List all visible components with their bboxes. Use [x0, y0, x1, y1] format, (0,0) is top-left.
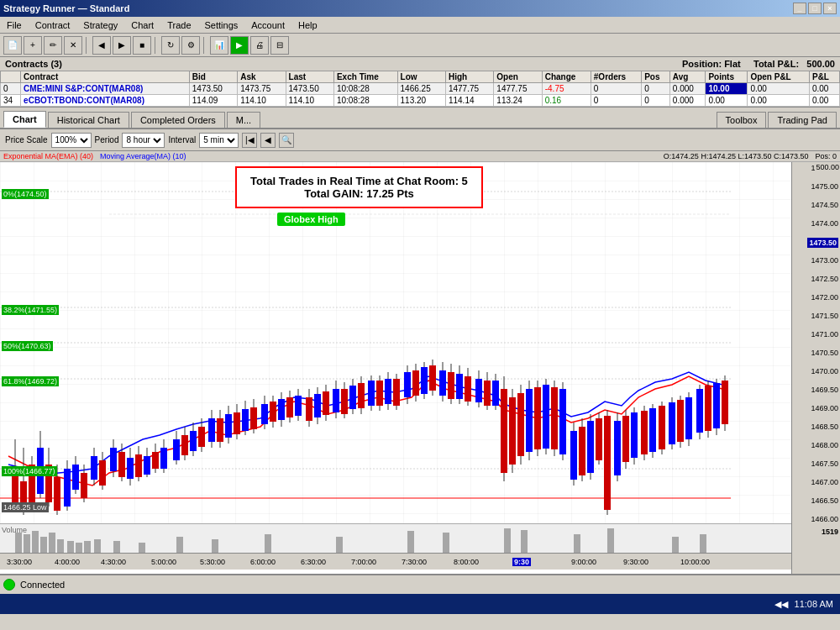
tab-completed-orders[interactable]: Completed Orders: [131, 112, 225, 128]
svg-rect-94: [385, 379, 391, 404]
cell-contract: CME:MINI S&P:CONT(MAR08): [21, 83, 190, 95]
play-button[interactable]: ▶: [113, 36, 131, 55]
window-button[interactable]: ⊟: [270, 36, 289, 55]
ma-label: Moving Average(MA) (10): [100, 152, 186, 160]
cell-high: 114.14: [445, 95, 493, 107]
new-button[interactable]: 📄: [3, 36, 22, 55]
time-axis: 3:30:00 4:00:00 4:30:00 5:00:00 5:30:00 …: [0, 553, 791, 570]
svg-rect-177: [67, 541, 74, 553]
title-text: Strategy Runner — Standard: [3, 3, 129, 13]
time-label-11: 9:30:00: [623, 558, 648, 566]
tab-chart[interactable]: Chart: [3, 111, 46, 128]
maximize-button[interactable]: □: [808, 3, 822, 14]
title-controls[interactable]: _ □ ×: [793, 3, 837, 14]
col-ask: Ask: [238, 71, 286, 83]
table-row[interactable]: 0 CME:MINI S&P:CONT(MAR08) 1473.50 1473.…: [1, 83, 840, 95]
nav-first-button[interactable]: |◀: [242, 133, 257, 148]
svg-rect-62: [242, 409, 249, 431]
chart-controls: Price Scale 100% Period 8 hour Interval …: [0, 129, 840, 151]
sep1: [86, 37, 89, 54]
price-1468-50: 1468.50: [811, 423, 838, 431]
fib-low: 1466.25 Low: [2, 502, 49, 512]
price-1471-50: 1471.50: [811, 312, 838, 320]
col-bid: Bid: [189, 71, 237, 83]
table-row[interactable]: 34 eCBOT:TBOND:CONT(MAR08) 114.09 114.10…: [1, 95, 840, 107]
tab-historical-chart[interactable]: Historical Chart: [48, 112, 129, 128]
ema-label: Exponential MA(EMA) (40): [3, 152, 93, 160]
nav-prev-button[interactable]: ◀: [260, 133, 276, 148]
cell-ask: 1473.75: [238, 83, 286, 95]
time-label-1: 4:00:00: [55, 558, 80, 566]
col-exch-time: Exch Time: [333, 71, 397, 83]
time-label-10: 9:00:00: [571, 558, 596, 566]
prev-button[interactable]: ◀: [92, 36, 111, 55]
menu-contract[interactable]: Contract: [32, 18, 74, 32]
svg-rect-140: [587, 421, 594, 473]
cell-orders: 0: [591, 83, 641, 95]
svg-rect-144: [604, 416, 611, 510]
svg-rect-158: [669, 402, 675, 444]
price-1475: 1475.00: [811, 182, 838, 191]
tab-toolbox[interactable]: Toolbox: [717, 112, 767, 128]
svg-rect-174: [40, 537, 47, 553]
menu-bar: File Contract Strategy Chart Trade Setti…: [0, 17, 840, 34]
price-scale-select[interactable]: 100%: [51, 133, 92, 148]
svg-rect-24: [72, 465, 79, 490]
menu-file[interactable]: File: [3, 18, 25, 32]
menu-help[interactable]: Help: [295, 18, 321, 32]
svg-rect-134: [559, 389, 566, 454]
svg-rect-92: [376, 381, 383, 406]
menu-chart[interactable]: Chart: [128, 18, 157, 32]
time-label-3: 5:00:00: [151, 558, 176, 566]
svg-rect-156: [659, 406, 665, 449]
add-button[interactable]: +: [24, 36, 42, 55]
nav-zoom-button[interactable]: 🔍: [279, 133, 294, 148]
svg-rect-124: [517, 393, 524, 456]
svg-rect-112: [465, 376, 471, 402]
chart-svg: [0, 162, 791, 523]
price-scale-label: Price Scale: [5, 135, 48, 144]
col-pl: P&L: [809, 71, 839, 83]
close-button[interactable]: ×: [823, 3, 837, 14]
print-button[interactable]: 🖨: [250, 36, 269, 55]
refresh-button[interactable]: ↻: [161, 36, 180, 55]
sep2: [155, 37, 158, 54]
tab-m[interactable]: M...: [227, 112, 260, 128]
svg-rect-54: [208, 418, 215, 442]
svg-rect-96: [393, 379, 400, 406]
edit-button[interactable]: ✏: [44, 36, 62, 55]
menu-settings[interactable]: Settings: [202, 18, 242, 32]
toolbar: 📄 + ✏ ✕ ◀ ▶ ■ ↻ ⚙ 📊 ▶ 🖨 ⊟: [0, 34, 840, 57]
notification-line1: Total Trades in Real Time at Chat Room: …: [250, 175, 468, 187]
menu-trade[interactable]: Trade: [164, 18, 194, 32]
chart-button[interactable]: 📊: [210, 36, 228, 55]
delete-button[interactable]: ✕: [64, 36, 82, 55]
interval-select[interactable]: 5 min: [199, 133, 239, 148]
cell-pos: 0: [642, 95, 670, 107]
svg-rect-32: [110, 448, 117, 471]
stop-button[interactable]: ■: [133, 36, 151, 55]
col-change: Change: [542, 71, 591, 83]
period-select[interactable]: 8 hour: [122, 133, 165, 148]
chart-main[interactable]: Total Trades in Real Time at Chat Room: …: [0, 162, 791, 574]
svg-rect-38: [135, 454, 142, 477]
svg-rect-120: [501, 389, 507, 473]
col-high: High: [445, 71, 493, 83]
tabs-area: Chart Historical Chart Completed Orders …: [0, 108, 840, 129]
settings-button[interactable]: ⚙: [181, 36, 200, 55]
globex-high-label: Globex High: [277, 213, 345, 226]
cell-exch-time: 10:08:28: [333, 95, 397, 107]
time-label-2: 4:30:00: [101, 558, 126, 566]
svg-rect-176: [57, 539, 64, 553]
minimize-button[interactable]: _: [793, 3, 806, 14]
svg-rect-46: [173, 439, 180, 460]
col-open-pl: Open P&L: [748, 71, 810, 83]
price-1472-50: 1472.50: [811, 275, 838, 283]
menu-strategy[interactable]: Strategy: [80, 18, 121, 32]
tray-clock: 11:08 AM: [795, 599, 833, 609]
tab-trading-pad[interactable]: Trading Pad: [768, 112, 837, 128]
run-button[interactable]: ▶: [230, 36, 249, 55]
time-label-4: 5:30:00: [200, 558, 225, 566]
time-label-8: 7:30:00: [402, 558, 427, 566]
menu-account[interactable]: Account: [248, 18, 288, 32]
